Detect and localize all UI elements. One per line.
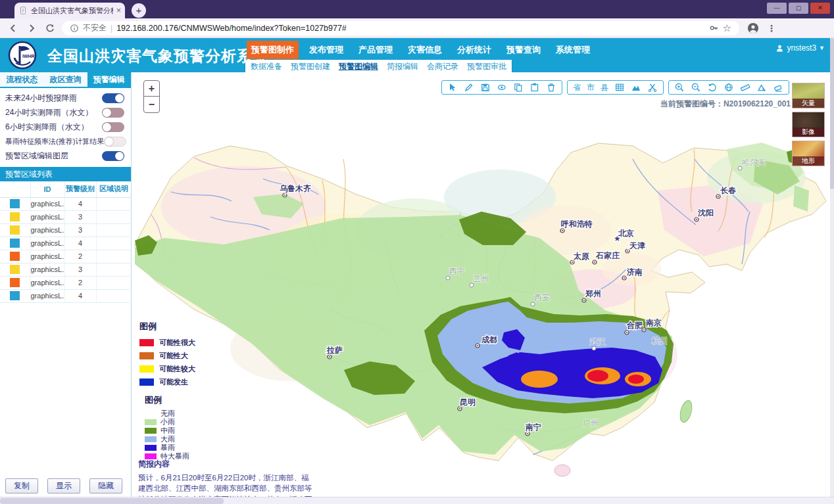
zoom-in-icon[interactable] [674,82,685,93]
vertical-scrollbar[interactable] [830,38,834,497]
menu-publish-management[interactable]: 发布管理 [305,41,348,59]
show-button[interactable]: 显示 [47,478,80,493]
horizontal-scrollbar-thumb[interactable] [0,498,224,504]
bookmark-star-icon[interactable]: ☆ [723,23,731,33]
table-row[interactable]: graphicsL...3 [0,263,132,276]
measure-ruler-icon[interactable] [740,82,750,93]
legend-swatch [139,365,154,373]
table-row[interactable]: graphicsL...2 [0,250,132,263]
svg-text:兰州: 兰州 [473,274,489,283]
undo-icon[interactable] [707,82,718,93]
grid-table-icon[interactable] [614,82,625,93]
svg-text:石家庄: 石家庄 [595,251,620,260]
zoom-out-button[interactable]: − [144,97,159,112]
save-icon[interactable] [480,82,491,93]
draw-polygon-icon[interactable] [756,82,767,93]
delete-trash-icon[interactable] [546,82,556,93]
level-color-swatch [10,252,20,261]
submenu-warning-map-approval[interactable]: 预警图审批 [467,61,506,72]
window-close-button[interactable]: ✕ [810,3,830,14]
info-icon[interactable] [70,24,79,33]
basemap-vector[interactable]: 矢量 [792,83,825,108]
caret-down-icon: ▼ [819,45,825,51]
window-maximize-button[interactable]: ▢ [789,3,808,14]
copy-button[interactable]: 复制 [5,478,38,493]
back-button[interactable] [7,22,20,35]
submenu-warning-map-create[interactable]: 预警图创建 [291,61,330,72]
toggle-observed-24h[interactable] [102,108,124,118]
tab-close-icon[interactable]: × [116,6,121,15]
profile-avatar-icon[interactable] [747,22,759,34]
map-canvas[interactable]: 乌鲁木齐 呼和浩特 ★北京 天津 沈阳 长春 哈尔滨 太原 石家庄 济南 郑州 … [132,72,830,497]
basemap-terrain[interactable]: 地形 [792,141,825,166]
table-row[interactable]: graphicsL...4 [0,237,132,250]
level-color-swatch [10,239,20,248]
tab-warning-edit[interactable]: 预警编辑 [87,72,131,87]
level-color-swatch [10,265,20,274]
toggle-warning-edit-layer[interactable] [102,151,124,161]
county-select-button[interactable]: 县 [601,82,608,93]
table-row[interactable]: graphicsL...3 [0,223,132,237]
col-warning-level: 预警级别 [64,181,96,197]
basemap-imagery[interactable]: 影像 [792,112,825,137]
draw-pencil-icon[interactable] [464,82,474,93]
toggle-observed-6h[interactable] [102,122,124,132]
window-minimize-button[interactable]: — [767,3,787,14]
zoom-out-icon[interactable] [691,82,701,93]
new-tab-button[interactable]: + [132,3,146,18]
menu-warning-query[interactable]: 预警查询 [502,41,545,59]
refresh-button[interactable] [43,22,57,35]
submenu-briefing-edit[interactable]: 简报编辑 [387,61,418,72]
warning-region-list-title: 预警区域列表 [0,167,131,181]
tab-district-query[interactable]: 政区查询 [43,72,87,87]
browser-titlebar: 全国山洪灾害气象预警分析软件 × + — ▢ ✕ [0,0,834,18]
view-eye-icon[interactable] [497,82,507,93]
briefing-text: 预计，6月21日20时至6月22日20时，浙江南部、福建西北部、江西中部、湖南东… [138,472,314,497]
svg-text:合肥: 合肥 [626,321,643,330]
menu-disaster-info[interactable]: 灾害信息 [403,41,447,59]
toggle-storm-frequency[interactable] [104,137,126,147]
menu-analysis-statistics[interactable]: 分析统计 [453,41,496,59]
table-row[interactable]: graphicsL...4 [0,197,132,210]
select-cursor-icon[interactable] [447,82,458,93]
briefing-title: 简报内容 [138,459,314,470]
browser-menu-icon[interactable]: ⋮ [767,23,776,34]
url-bar[interactable]: 不安全 | 192.168.200.176/CNMWSWeb/home/inde… [62,21,739,35]
legend-swatch [139,339,154,346]
eraser-icon[interactable] [773,82,783,93]
browser-tab[interactable]: 全国山洪灾害气象预警分析软件 × [14,3,125,18]
toggle-forecast-24h[interactable] [102,93,124,103]
svg-text:呼和浩特: 呼和浩特 [561,219,593,229]
horizontal-scrollbar[interactable] [0,497,834,504]
submenu-warning-map-edit[interactable]: 预警图编辑 [339,61,378,72]
full-extent-globe-icon[interactable] [724,82,734,93]
forward-button[interactable] [25,22,38,35]
user-name: ynstest3 [787,43,816,53]
svg-text:天津: 天津 [629,241,645,250]
table-row[interactable]: graphicsL...3 [0,210,132,223]
menu-system-management[interactable]: 系统管理 [551,41,595,59]
toggle-row-forecast-24h: 未来24小时预报降雨 [0,91,131,105]
menu-product-management[interactable]: 产品管理 [354,41,397,59]
key-icon[interactable] [709,23,719,33]
toggle-row-observed-24h: 24小时实测降雨（水文） [0,105,131,120]
hide-button[interactable]: 隐藏 [89,478,122,493]
paste-icon[interactable] [529,82,540,93]
zoom-in-button[interactable]: + [144,81,159,97]
tab-process-status[interactable]: 流程状态 [0,72,43,87]
cut-scissors-icon[interactable] [647,82,658,93]
table-row[interactable]: graphicsL...2 [0,276,132,289]
submenu-data-preparation[interactable]: 数据准备 [251,61,282,72]
province-select-button[interactable]: 省 [573,82,581,93]
user-icon [775,44,784,53]
copy-icon[interactable] [513,82,524,93]
svg-text:济南: 济南 [626,267,643,277]
city-select-button[interactable]: 市 [587,82,595,93]
table-row[interactable]: graphicsL...4 [0,289,132,302]
submenu-consultation-record[interactable]: 会商记录 [427,61,458,72]
menu-warning-map-making[interactable]: 预警图制作 [247,41,299,59]
level-color-swatch [10,199,20,208]
vertical-scrollbar-thumb[interactable] [830,38,834,189]
statistic-mountain-icon[interactable] [631,82,641,93]
user-menu[interactable]: ynstest3 ▼ [775,43,825,53]
